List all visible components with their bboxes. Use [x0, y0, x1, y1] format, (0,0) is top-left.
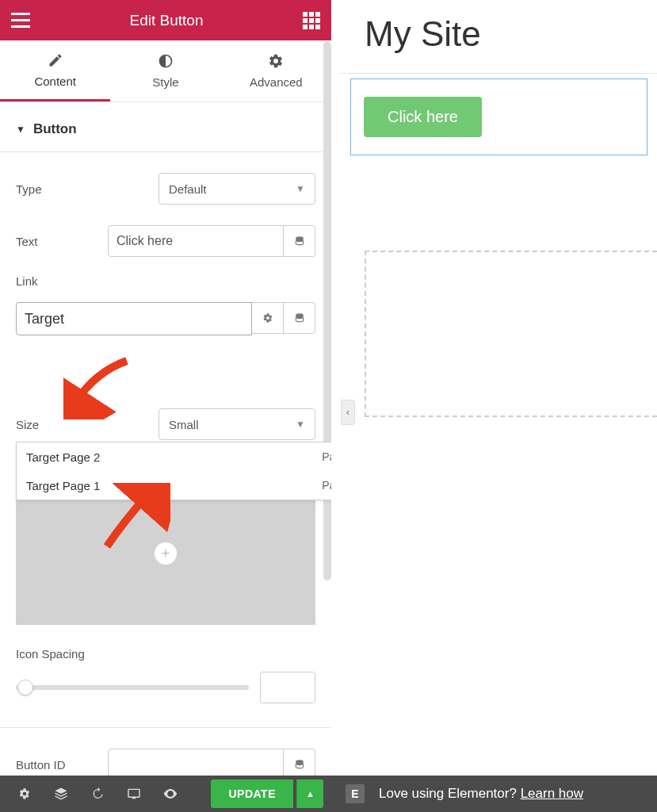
app-footer: E Love using Elementor? Learn how — [331, 776, 657, 812]
link-dynamic-button[interactable] — [284, 302, 315, 334]
svg-rect-4 — [132, 798, 136, 799]
option-title: Target Page 1 — [26, 479, 100, 492]
settings-icon[interactable] — [8, 787, 41, 800]
database-icon — [294, 759, 305, 770]
preview-button[interactable]: Click here — [364, 97, 482, 137]
option-kind: Page — [322, 479, 331, 492]
tab-style[interactable]: Style — [110, 40, 220, 102]
chevron-down-icon: ▼ — [16, 124, 25, 135]
field-size: Size Small ▼ — [16, 408, 315, 440]
autocomplete-option[interactable]: Target Page 1 Page — [17, 471, 331, 500]
history-icon[interactable] — [81, 787, 114, 800]
tab-label: Advanced — [250, 75, 303, 89]
editor-tabs: Content Style Advanced — [0, 40, 331, 102]
gear-icon — [262, 312, 273, 324]
field-text: Text — [16, 225, 315, 257]
menu-icon[interactable] — [11, 13, 30, 28]
plus-icon: + — [155, 542, 177, 565]
promo-link[interactable]: Learn how — [521, 786, 583, 801]
panel-title: Edit Button — [130, 12, 204, 29]
svg-rect-3 — [128, 789, 139, 797]
section-toggle-button[interactable]: ▼ Button — [0, 102, 331, 152]
section-title: Button — [33, 121, 77, 137]
icon-spacing-input[interactable] — [260, 672, 315, 703]
widget-section-selected[interactable]: Click here — [350, 79, 647, 155]
text-input[interactable] — [108, 225, 284, 257]
icon-picker[interactable]: + — [16, 482, 315, 625]
apps-icon[interactable] — [303, 12, 320, 29]
type-label: Type — [16, 182, 159, 196]
gear-icon — [268, 53, 284, 69]
database-icon — [294, 236, 305, 247]
tab-advanced[interactable]: Advanced — [221, 40, 331, 102]
link-label: Link — [16, 274, 315, 288]
site-title: My Site — [341, 0, 657, 73]
icon-spacing-slider[interactable] — [16, 685, 249, 690]
collapse-panel-handle[interactable]: ‹ — [341, 400, 355, 425]
field-icon-spacing — [16, 672, 315, 703]
database-icon — [294, 312, 305, 324]
panel-body: ▼ Button Type Default ▼ Text Link — [0, 102, 331, 812]
contrast-icon — [158, 53, 174, 69]
autocomplete-option[interactable]: Target Page 2 Page — [17, 442, 331, 471]
tab-label: Content — [34, 75, 76, 88]
chevron-down-icon: ▼ — [296, 183, 305, 194]
link-options-button[interactable] — [252, 302, 284, 334]
size-label: Size — [16, 418, 159, 431]
divider — [341, 73, 657, 74]
pencil-icon — [48, 52, 63, 68]
empty-section-drop-area[interactable] — [365, 251, 657, 417]
text-label: Text — [16, 235, 108, 248]
update-options-button[interactable]: ▲ — [296, 779, 323, 808]
option-title: Target Page 2 — [26, 450, 100, 464]
type-value: Default — [169, 182, 207, 196]
responsive-icon[interactable] — [117, 788, 151, 799]
navigator-icon[interactable] — [44, 787, 78, 801]
tab-label: Style — [152, 75, 178, 89]
update-button[interactable]: UPDATE — [211, 779, 293, 808]
button-id-label: Button ID — [16, 758, 108, 772]
tab-content[interactable]: Content — [0, 40, 110, 102]
preview-icon[interactable] — [154, 789, 187, 799]
slider-thumb[interactable] — [17, 680, 33, 695]
option-kind: Page — [322, 450, 331, 463]
size-value: Small — [169, 418, 199, 431]
field-type: Type Default ▼ — [16, 173, 315, 205]
field-link — [16, 302, 315, 335]
size-select[interactable]: Small ▼ — [159, 408, 315, 440]
promo-text: Love using Elementor? Learn how — [379, 786, 583, 802]
dynamic-icon[interactable] — [284, 225, 315, 257]
icon-spacing-label: Icon Spacing — [16, 647, 315, 661]
link-autocomplete-dropdown: Target Page 2 Page Target Page 1 Page — [16, 442, 331, 500]
panel-header: Edit Button — [0, 0, 331, 40]
type-select[interactable]: Default ▼ — [159, 173, 315, 205]
editor-panel: Edit Button Content Style Advanced ▼ But… — [0, 0, 331, 812]
preview-canvas: My Site Click here ‹ — [341, 0, 657, 776]
panel-footer: UPDATE ▲ — [0, 776, 331, 812]
elementor-badge-icon: E — [346, 784, 365, 803]
link-input[interactable] — [16, 302, 252, 335]
chevron-down-icon: ▼ — [296, 419, 305, 430]
divider — [0, 727, 331, 728]
